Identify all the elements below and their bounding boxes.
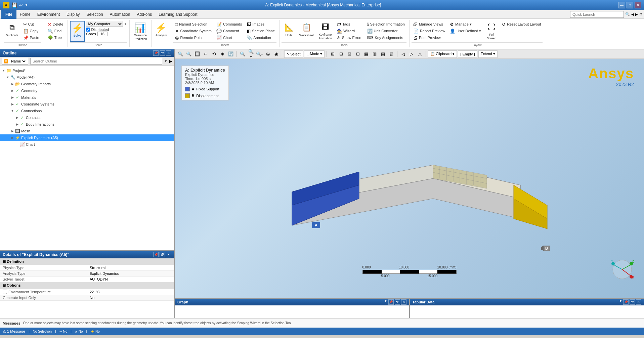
vp-grid5[interactable]: ▦: [362, 50, 370, 58]
vp-rotate-button[interactable]: ↩: [202, 50, 209, 58]
copy-button[interactable]: 📋 Copy: [22, 28, 41, 34]
tree-item-body-interactions[interactable]: ▶ ✓ Body Interactions: [0, 121, 174, 128]
toggle-geometry[interactable]: ▶: [10, 89, 15, 92]
quick-launch-input[interactable]: [570, 11, 624, 18]
outline-search-dropdown[interactable]: ▼: [164, 59, 167, 63]
graph-close-button[interactable]: ✕: [401, 299, 406, 305]
learning-menu[interactable]: Learning and Support: [155, 11, 201, 18]
keyframe-button[interactable]: 🎞 KeyframeAnimation: [317, 21, 334, 42]
toggle-materials[interactable]: ▶: [10, 96, 15, 99]
vp-grid6[interactable]: ▥: [371, 50, 378, 58]
toggle-project[interactable]: ▼: [1, 69, 6, 72]
toggle-contacts[interactable]: ▶: [15, 116, 19, 119]
unit-converter-button[interactable]: 🔄 Unit Converter: [366, 28, 406, 34]
quick-access-arrow[interactable]: ▼: [25, 3, 28, 7]
print-preview-button[interactable]: 🖨 Print Preview: [412, 34, 447, 41]
details-close-button[interactable]: ✕: [166, 252, 171, 257]
tree-item-explicit-dynamics[interactable]: ▶ ⚡ Explicit Dynamics (A5): [0, 134, 174, 141]
section-plane-button[interactable]: ◧ Section Plane: [245, 28, 276, 34]
duplicate-button[interactable]: ⧉ Duplicate: [4, 21, 20, 42]
analysis-button[interactable]: ⚡ Analysis: [154, 21, 168, 42]
vp-grid4[interactable]: ⊡: [354, 50, 361, 58]
find-button[interactable]: 🔍 Find: [46, 28, 65, 34]
my-computer-select[interactable]: My Computer: [86, 21, 123, 27]
tree-item-connections[interactable]: ▼ ✓ Connections: [0, 108, 174, 114]
outline-pin-button[interactable]: 📌: [153, 50, 159, 56]
tree-item-contacts[interactable]: ▶ ✓ Contacts: [0, 114, 174, 121]
tree-item-mesh[interactable]: ▶ 🔲 Mesh: [0, 128, 174, 134]
cores-input[interactable]: [97, 32, 108, 36]
named-selection-button[interactable]: □ Named Selection: [173, 21, 213, 28]
full-screen-button[interactable]: ⛶ FullScreen: [484, 21, 499, 42]
addons-menu[interactable]: Add-ons: [134, 11, 156, 18]
toggle-explicit[interactable]: ▶: [10, 136, 15, 139]
user-defined-button[interactable]: 👤 User Defined ▾: [448, 28, 483, 34]
my-computer-dropdown[interactable]: ▼: [124, 23, 127, 26]
environment-menu[interactable]: Environment: [34, 11, 63, 18]
nav-back-icon[interactable]: ◀: [631, 12, 634, 16]
delete-button[interactable]: ✕ Delete: [46, 21, 65, 28]
selection-info-button[interactable]: ℹ Selection Information: [366, 21, 406, 28]
reset-layout-button[interactable]: ↺ Reset Layout Layout: [500, 21, 543, 28]
outline-close-button[interactable]: ✕: [166, 50, 171, 56]
manage-views-button[interactable]: 🗗 Manage Views: [412, 21, 447, 28]
outline-filter[interactable]: 🔽 Name: [2, 58, 28, 65]
vp-zoom-in-button[interactable]: 🔍: [177, 50, 184, 58]
empty-button[interactable]: [ Empty ]: [458, 50, 477, 58]
home-menu[interactable]: Home: [16, 11, 34, 18]
tree-item-project[interactable]: ▼ 📁 Project*: [0, 67, 174, 74]
vp-circle1-button[interactable]: ◎: [264, 50, 271, 58]
paste-button[interactable]: 📌 Paste: [22, 34, 41, 41]
viewport-3d[interactable]: Ansys 2023 R2 A: Explicit Dynamics Expli…: [175, 59, 644, 298]
details-float-button[interactable]: 🗗: [160, 252, 165, 257]
report-preview-button[interactable]: 📄 Report Preview: [412, 28, 447, 34]
vp-zoomin2-button[interactable]: 🔍+: [247, 50, 255, 58]
vp-grid8[interactable]: ▧: [388, 50, 395, 58]
outline-float-button[interactable]: 🗗: [160, 50, 165, 56]
remote-point-button[interactable]: ◎ Remote Point: [173, 34, 213, 41]
vp-zoom-out-button[interactable]: 🔍: [185, 50, 192, 58]
filter-select[interactable]: Name: [10, 59, 27, 64]
images-button[interactable]: 🖼 Images: [245, 21, 276, 28]
tree-item-materials[interactable]: ▶ ✓ Materials: [0, 94, 174, 101]
toggle-coord[interactable]: ▶: [10, 102, 15, 106]
outline-search-input[interactable]: [30, 58, 162, 65]
extend-button[interactable]: Extend ▾: [478, 50, 498, 58]
minimize-button[interactable]: —: [618, 2, 625, 8]
select-button[interactable]: ↖ Select: [284, 50, 303, 58]
vp-reset-button[interactable]: 🔄: [227, 50, 234, 58]
vp-zoom2-button[interactable]: 🔍: [239, 50, 246, 58]
chart-insert-button[interactable]: 📈 Chart: [215, 34, 244, 41]
annotation-button[interactable]: 📎 Annotation: [245, 34, 276, 41]
search-icon[interactable]: 🔍: [625, 12, 630, 16]
cut-button[interactable]: ✂ Cut: [22, 21, 41, 28]
close-button[interactable]: ✕: [635, 2, 641, 8]
tags-button[interactable]: 🏷 Tags: [335, 21, 364, 28]
tree-item-coord-systems[interactable]: ▶ ✓ Coordinate Systems: [0, 101, 174, 108]
quick-access-undo[interactable]: ↩: [19, 3, 23, 8]
toggle-geom-imports[interactable]: ▶: [10, 82, 15, 86]
vp-circle2-button[interactable]: ◉: [272, 50, 280, 58]
graph-float-button[interactable]: 🗗: [395, 299, 400, 305]
vp-grid2[interactable]: ⊟: [337, 50, 345, 58]
distributed-checkbox[interactable]: [86, 28, 90, 32]
mode-button[interactable]: ⊞ Mode ▾: [304, 50, 325, 58]
tree-item-geometry[interactable]: ▶ ✓ Geometry: [0, 87, 174, 94]
solve-button[interactable]: ⚡ Solve: [70, 21, 85, 42]
manage-button[interactable]: ⚙ Manage ▾: [448, 21, 483, 28]
tabular-close-button[interactable]: ✕: [636, 299, 641, 305]
quick-access-save[interactable]: 💾: [11, 2, 17, 8]
coord-system-button[interactable]: ✕ Coordinate System: [173, 28, 213, 34]
vp-tool3[interactable]: △: [416, 50, 424, 58]
nav-forward-icon[interactable]: ▶: [635, 12, 638, 16]
toggle-body[interactable]: ▶: [15, 123, 19, 126]
units-button[interactable]: 📐 Units: [282, 21, 296, 42]
vp-grid3[interactable]: ⊠: [346, 50, 353, 58]
automation-menu[interactable]: Automation: [106, 11, 134, 18]
maximize-button[interactable]: □: [627, 2, 633, 8]
graph-pin-button[interactable]: 📌: [388, 299, 394, 305]
vp-grid7[interactable]: ▤: [379, 50, 387, 58]
vp-fit-button[interactable]: 🔲: [194, 50, 201, 58]
graph-dropdown[interactable]: ▼: [384, 299, 387, 305]
vp-tool2[interactable]: ▷: [408, 50, 415, 58]
